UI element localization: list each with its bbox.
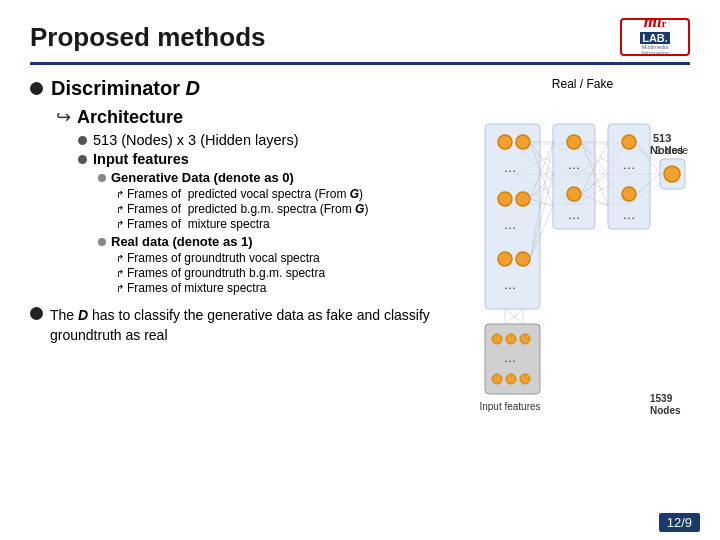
- svg-point-26: [492, 334, 502, 344]
- real-item-2: ↱ Frames of groundtruth b.g.m. spectra: [116, 266, 467, 280]
- svg-text:…: …: [504, 351, 516, 365]
- real-item-text-2: Frames of groundtruth b.g.m. spectra: [127, 266, 325, 280]
- real-arrow-1-icon: ↱: [116, 253, 124, 264]
- gen-bullet: [98, 174, 106, 182]
- svg-point-32: [520, 374, 530, 384]
- logo: mi r LAB. MultimediaInformationRetrieval: [620, 18, 690, 56]
- real-item-1: ↱ Frames of groundtruth vocal spectra: [116, 251, 467, 265]
- svg-text:Nodes: Nodes: [650, 405, 681, 416]
- real-data-heading: Real data (denote as 1): [98, 234, 467, 249]
- real-item-3: ↱ Frames of mixture spectra: [116, 281, 467, 295]
- disc-title: Discriminator D: [51, 77, 200, 100]
- generative-data-heading: Generative Data (denote as 0): [98, 170, 467, 185]
- logo-subtext: MultimediaInformationRetrieval: [640, 44, 670, 56]
- real-arrow-2-icon: ↱: [116, 268, 124, 279]
- classify-bullet: [30, 307, 43, 320]
- svg-point-51: [567, 135, 581, 149]
- nn-1539-label: 1539: [650, 393, 673, 404]
- nn-513-label: 513: [653, 132, 671, 144]
- nn-svg: … … … …: [475, 94, 690, 414]
- svg-point-27: [506, 334, 516, 344]
- architecture-heading: ↪ Architecture: [56, 106, 467, 128]
- disc-bullet: [30, 82, 43, 95]
- gen-item-text-2: Frames of predicted b.g.m. spectra (From…: [127, 202, 368, 216]
- input-features-section: Generative Data (denote as 0) ↱ Frames o…: [98, 170, 467, 295]
- classify-d: D: [78, 307, 88, 323]
- arch-bullet-2: [78, 155, 87, 164]
- gen-item-2: ↱ Frames of predicted b.g.m. spectra (Fr…: [116, 202, 467, 216]
- svg-point-39: [498, 252, 512, 266]
- architecture-items: 513 (Nodes) x 3 (Hidden layers) Input fe…: [78, 132, 467, 295]
- arch-item-text-2: Input features: [93, 151, 189, 167]
- page-number: 12/9: [659, 513, 700, 532]
- svg-text:…: …: [623, 207, 636, 222]
- svg-point-34: [516, 135, 530, 149]
- main-content: Discriminator D ↪ Architecture 513 (Node…: [30, 77, 690, 418]
- logo-r: r: [662, 18, 666, 29]
- svg-point-33: [498, 135, 512, 149]
- svg-point-63: [622, 187, 636, 201]
- real-data-section: Real data (denote as 1) ↱ Frames of grou…: [98, 234, 467, 295]
- arch-bullet-1: [78, 136, 87, 145]
- gen-item-1: ↱ Frames of predicted vocal spectra (Fro…: [116, 187, 467, 201]
- nn-top-label: Real / Fake: [475, 77, 690, 91]
- real-bullet: [98, 238, 106, 246]
- discriminator-heading: Discriminator D: [30, 77, 467, 100]
- svg-text:…: …: [504, 277, 517, 292]
- svg-point-67: [664, 166, 680, 182]
- arch-item-text-1: 513 (Nodes) x 3 (Hidden layers): [93, 132, 299, 148]
- svg-point-61: [622, 135, 636, 149]
- gen-item-text-1: Frames of predicted vocal spectra (From …: [127, 187, 363, 201]
- gen-arrow-1-icon: ↱: [116, 189, 124, 200]
- left-panel: Discriminator D ↪ Architecture 513 (Node…: [30, 77, 467, 346]
- generative-data-label: Generative Data (denote as 0): [111, 170, 294, 185]
- real-items: ↱ Frames of groundtruth vocal spectra ↱ …: [116, 251, 467, 295]
- nn-diagram-panel: Real / Fake: [475, 77, 690, 418]
- svg-point-53: [567, 187, 581, 201]
- real-item-text-1: Frames of groundtruth vocal spectra: [127, 251, 320, 265]
- slide: Proposed methods mi r LAB. MultimediaInf…: [0, 0, 720, 540]
- classify-section: The D has to classify the generative dat…: [30, 305, 467, 346]
- generative-data-section: Generative Data (denote as 0) ↱ Frames o…: [98, 170, 467, 231]
- svg-text:…: …: [504, 217, 517, 232]
- title-bar: Proposed methods mi r LAB. MultimediaInf…: [30, 18, 690, 65]
- nn-input-label: Input features: [479, 401, 540, 412]
- gen-item-3: ↱ Frames of mixture spectra: [116, 217, 467, 231]
- real-data-label: Real data (denote as 1): [111, 234, 253, 249]
- gen-arrow-2-icon: ↱: [116, 204, 124, 215]
- real-item-text-3: Frames of mixture spectra: [127, 281, 266, 295]
- logo-lab: LAB.: [640, 32, 670, 44]
- classify-text: The D has to classify the generative dat…: [50, 305, 467, 346]
- gen-arrow-3-icon: ↱: [116, 219, 124, 230]
- svg-point-40: [516, 252, 530, 266]
- logo-mi: mi: [644, 18, 662, 32]
- svg-text:…: …: [568, 207, 581, 222]
- svg-point-28: [520, 334, 530, 344]
- generative-items: ↱ Frames of predicted vocal spectra (Fro…: [116, 187, 467, 231]
- svg-text:…: …: [568, 157, 581, 172]
- svg-point-31: [506, 374, 516, 384]
- arch-item-513: 513 (Nodes) x 3 (Hidden layers): [78, 132, 467, 148]
- svg-point-37: [516, 192, 530, 206]
- svg-point-36: [498, 192, 512, 206]
- slide-title: Proposed methods: [30, 22, 265, 53]
- real-arrow-3-icon: ↱: [116, 283, 124, 294]
- svg-text:…: …: [504, 160, 517, 175]
- architecture-label: Architecture: [77, 107, 183, 128]
- svg-text:Nodes: Nodes: [650, 144, 684, 156]
- svg-point-30: [492, 374, 502, 384]
- architecture-section: ↪ Architecture 513 (Nodes) x 3 (Hidden l…: [56, 106, 467, 295]
- gen-item-text-3: Frames of mixture spectra: [127, 217, 270, 231]
- arch-arrow-icon: ↪: [56, 106, 71, 128]
- arch-item-input: Input features: [78, 151, 467, 167]
- svg-text:…: …: [623, 157, 636, 172]
